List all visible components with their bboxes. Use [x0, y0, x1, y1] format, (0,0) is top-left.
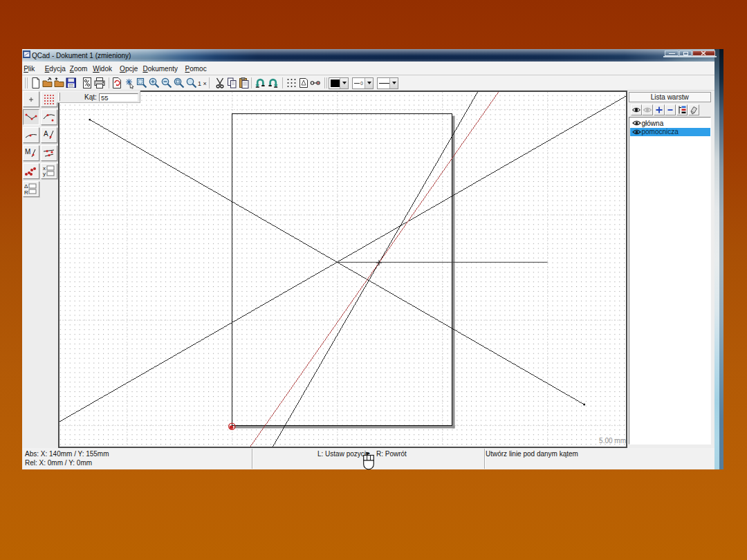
svg-text:A: A	[44, 130, 48, 138]
svg-text:Δ: Δ	[24, 183, 28, 189]
svg-text:R: R	[24, 189, 28, 196]
svg-text:1 ×: 1 ×	[198, 80, 207, 87]
svg-text:M: M	[25, 148, 30, 156]
svg-text:5.00 mm: 5.00 mm	[599, 437, 626, 445]
svg-text:y: y	[43, 171, 46, 177]
